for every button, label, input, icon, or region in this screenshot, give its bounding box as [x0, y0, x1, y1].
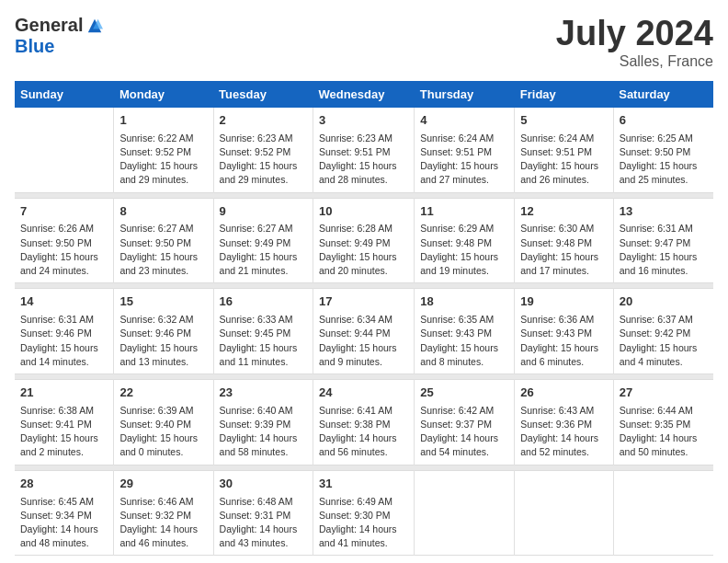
day-info: Sunrise: 6:38 AMSunset: 9:41 PMDaylight:… [20, 404, 108, 460]
day-number: 23 [220, 385, 307, 402]
day-cell: 18Sunrise: 6:35 AMSunset: 9:43 PMDayligh… [415, 289, 515, 374]
day-cell [613, 470, 713, 556]
day-number: 20 [620, 293, 708, 311]
day-number: 19 [520, 293, 607, 311]
day-info: Sunrise: 6:24 AMSunset: 9:51 PMDaylight:… [420, 132, 508, 188]
day-info: Sunrise: 6:31 AMSunset: 9:47 PMDaylight:… [620, 222, 708, 278]
day-cell: 5Sunrise: 6:24 AMSunset: 9:51 PMDaylight… [515, 108, 613, 192]
day-number: 2 [220, 112, 307, 130]
day-cell: 30Sunrise: 6:48 AMSunset: 9:31 PMDayligh… [213, 470, 313, 556]
day-number: 31 [319, 476, 408, 493]
day-cell: 26Sunrise: 6:43 AMSunset: 9:36 PMDayligh… [515, 379, 613, 465]
day-number: 3 [319, 112, 408, 130]
day-number: 24 [319, 385, 408, 402]
day-cell: 2Sunrise: 6:23 AMSunset: 9:52 PMDaylight… [213, 108, 313, 192]
day-cell: 1Sunrise: 6:22 AMSunset: 9:52 PMDaylight… [114, 108, 213, 192]
day-number: 13 [620, 203, 708, 221]
day-info: Sunrise: 6:35 AMSunset: 9:43 PMDaylight:… [420, 313, 508, 369]
logo-blue-text: Blue [15, 36, 54, 57]
day-cell: 19Sunrise: 6:36 AMSunset: 9:43 PMDayligh… [515, 289, 613, 374]
day-number: 27 [620, 385, 708, 402]
day-cell: 3Sunrise: 6:23 AMSunset: 9:51 PMDaylight… [313, 108, 414, 192]
day-number: 9 [220, 203, 307, 221]
location-subtitle: Salles, France [556, 53, 713, 70]
day-info: Sunrise: 6:36 AMSunset: 9:43 PMDaylight:… [520, 313, 607, 369]
day-info: Sunrise: 6:37 AMSunset: 9:42 PMDaylight:… [620, 313, 708, 369]
header-thursday: Thursday [415, 81, 515, 108]
day-number: 21 [20, 385, 108, 402]
month-year-title: July 2024 [556, 15, 713, 53]
day-cell: 27Sunrise: 6:44 AMSunset: 9:35 PMDayligh… [613, 379, 713, 465]
day-cell: 16Sunrise: 6:33 AMSunset: 9:45 PMDayligh… [213, 289, 313, 374]
day-cell: 28Sunrise: 6:45 AMSunset: 9:34 PMDayligh… [15, 470, 114, 556]
day-number: 4 [420, 112, 508, 130]
day-cell: 20Sunrise: 6:37 AMSunset: 9:42 PMDayligh… [613, 289, 713, 374]
day-info: Sunrise: 6:39 AMSunset: 9:40 PMDaylight:… [119, 404, 207, 460]
day-info: Sunrise: 6:27 AMSunset: 9:50 PMDaylight:… [119, 222, 207, 278]
calendar-table: SundayMondayTuesdayWednesdayThursdayFrid… [15, 81, 713, 557]
day-info: Sunrise: 6:22 AMSunset: 9:52 PMDaylight:… [119, 132, 207, 188]
logo: General Blue [15, 15, 103, 57]
day-cell [15, 108, 114, 192]
logo-general-text: General [15, 15, 83, 36]
day-number: 28 [20, 476, 108, 493]
day-number: 11 [420, 203, 508, 221]
page-header: General Blue July 2024 Salles, France [15, 15, 713, 70]
week-row-2: 7Sunrise: 6:26 AMSunset: 9:50 PMDaylight… [15, 198, 713, 283]
header-friday: Friday [515, 81, 613, 108]
day-info: Sunrise: 6:49 AMSunset: 9:30 PMDaylight:… [319, 495, 408, 551]
day-cell [415, 470, 515, 556]
day-cell: 11Sunrise: 6:29 AMSunset: 9:48 PMDayligh… [415, 198, 515, 283]
title-block: July 2024 Salles, France [556, 15, 713, 70]
day-number: 30 [220, 476, 307, 493]
day-info: Sunrise: 6:26 AMSunset: 9:50 PMDaylight:… [20, 222, 108, 278]
day-number: 17 [319, 293, 408, 311]
logo-icon [86, 17, 103, 34]
day-cell [515, 470, 613, 556]
day-info: Sunrise: 6:27 AMSunset: 9:49 PMDaylight:… [220, 222, 307, 278]
day-cell: 13Sunrise: 6:31 AMSunset: 9:47 PMDayligh… [613, 198, 713, 283]
day-cell: 7Sunrise: 6:26 AMSunset: 9:50 PMDaylight… [15, 198, 114, 283]
day-info: Sunrise: 6:48 AMSunset: 9:31 PMDaylight:… [220, 495, 307, 551]
day-number: 16 [220, 293, 307, 311]
day-number: 7 [20, 203, 108, 221]
header-wednesday: Wednesday [313, 81, 414, 108]
day-cell: 9Sunrise: 6:27 AMSunset: 9:49 PMDaylight… [213, 198, 313, 283]
day-cell: 10Sunrise: 6:28 AMSunset: 9:49 PMDayligh… [313, 198, 414, 283]
day-number: 25 [420, 385, 508, 402]
day-cell: 22Sunrise: 6:39 AMSunset: 9:40 PMDayligh… [114, 379, 213, 465]
day-number: 12 [520, 203, 607, 221]
day-info: Sunrise: 6:32 AMSunset: 9:46 PMDaylight:… [119, 313, 207, 369]
day-number: 26 [520, 385, 607, 402]
day-cell: 25Sunrise: 6:42 AMSunset: 9:37 PMDayligh… [415, 379, 515, 465]
day-info: Sunrise: 6:41 AMSunset: 9:38 PMDaylight:… [319, 404, 408, 460]
day-number: 1 [119, 112, 207, 130]
day-cell: 15Sunrise: 6:32 AMSunset: 9:46 PMDayligh… [114, 289, 213, 374]
day-cell: 24Sunrise: 6:41 AMSunset: 9:38 PMDayligh… [313, 379, 414, 465]
day-info: Sunrise: 6:29 AMSunset: 9:48 PMDaylight:… [420, 222, 508, 278]
day-info: Sunrise: 6:34 AMSunset: 9:44 PMDaylight:… [319, 313, 408, 369]
header-monday: Monday [114, 81, 213, 108]
week-row-4: 21Sunrise: 6:38 AMSunset: 9:41 PMDayligh… [15, 379, 713, 465]
day-cell: 31Sunrise: 6:49 AMSunset: 9:30 PMDayligh… [313, 470, 414, 556]
day-info: Sunrise: 6:44 AMSunset: 9:35 PMDaylight:… [620, 404, 708, 460]
day-cell: 6Sunrise: 6:25 AMSunset: 9:50 PMDaylight… [613, 108, 713, 192]
day-cell: 4Sunrise: 6:24 AMSunset: 9:51 PMDaylight… [415, 108, 515, 192]
day-number: 29 [119, 476, 207, 493]
week-row-5: 28Sunrise: 6:45 AMSunset: 9:34 PMDayligh… [15, 470, 713, 556]
day-number: 8 [119, 203, 207, 221]
day-info: Sunrise: 6:40 AMSunset: 9:39 PMDaylight:… [220, 404, 307, 460]
day-number: 5 [520, 112, 607, 130]
day-cell: 21Sunrise: 6:38 AMSunset: 9:41 PMDayligh… [15, 379, 114, 465]
day-number: 22 [119, 385, 207, 402]
week-row-3: 14Sunrise: 6:31 AMSunset: 9:46 PMDayligh… [15, 289, 713, 374]
day-number: 14 [20, 293, 108, 311]
day-cell: 8Sunrise: 6:27 AMSunset: 9:50 PMDaylight… [114, 198, 213, 283]
day-number: 18 [420, 293, 508, 311]
header-saturday: Saturday [613, 81, 713, 108]
day-cell: 14Sunrise: 6:31 AMSunset: 9:46 PMDayligh… [15, 289, 114, 374]
day-info: Sunrise: 6:23 AMSunset: 9:51 PMDaylight:… [319, 132, 408, 188]
calendar-header-row: SundayMondayTuesdayWednesdayThursdayFrid… [15, 81, 713, 108]
header-tuesday: Tuesday [213, 81, 313, 108]
day-number: 15 [119, 293, 207, 311]
